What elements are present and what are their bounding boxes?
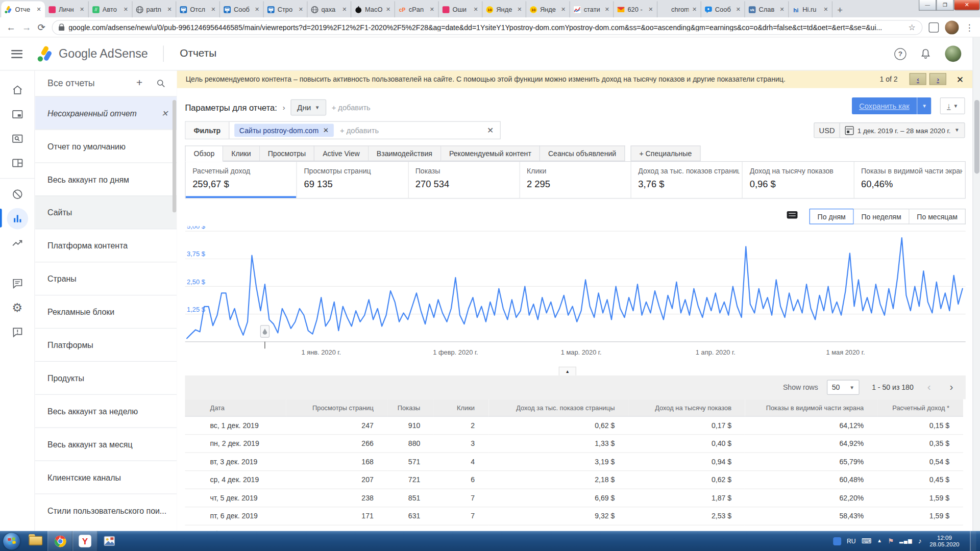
search-reports-icon[interactable] [156, 79, 165, 88]
taskbar-chrome-button[interactable] [47, 531, 72, 551]
start-button[interactable] [3, 533, 20, 549]
table-row[interactable]: вс, 1 дек. 201924791020,62 $0,17 $64,12%… [185, 416, 963, 435]
rail-blocking-controls-icon[interactable] [0, 182, 35, 206]
window-close-button[interactable]: ✕ [954, 0, 980, 11]
tab-close-icon[interactable]: ✕ [210, 6, 216, 13]
scrollbar-thumb[interactable] [974, 100, 979, 173]
show-desktop-button[interactable] [970, 531, 976, 551]
report-tab[interactable]: Active View [314, 145, 369, 161]
browser-tab[interactable]: vkСлав✕ [745, 1, 789, 17]
banner-prev-button[interactable]: ‹ [910, 73, 926, 85]
report-tab[interactable]: Просмотры [260, 145, 315, 161]
table-row[interactable]: сб, 7 дек. 201915756944,62 $1,28 $63,07%… [185, 525, 963, 531]
filter-chip-site[interactable]: Сайты postroy-dom.com ✕ [234, 123, 334, 137]
tab-close-icon[interactable]: ✕ [254, 6, 260, 13]
table-column-header[interactable]: Просмотры страниц [286, 399, 387, 416]
tab-close-icon[interactable]: ✕ [560, 6, 567, 13]
metric-card[interactable]: Показы в видимой части экрана60,46% [853, 162, 965, 198]
rail-matched-content-icon[interactable] [0, 151, 35, 175]
page-scrollbar[interactable] [972, 37, 980, 531]
sidebar-item[interactable]: Рекламные блоки [35, 295, 177, 328]
sidebar-item[interactable]: Весь аккаунт за неделю [35, 394, 177, 428]
sidebar-item[interactable]: Весь аккаунт по дням [35, 162, 177, 195]
window-minimize-button[interactable]: — [919, 0, 936, 11]
add-filter-link[interactable]: + добавить [340, 126, 487, 135]
table-column-header[interactable]: Показы [387, 399, 434, 416]
sidebar-item[interactable]: Несохраненный отчет✕ [35, 96, 177, 130]
tab-close-icon[interactable]: ✕ [429, 6, 435, 13]
browser-tab[interactable]: Оши✕ [439, 1, 483, 17]
taskbar-yandex-button[interactable]: Y [72, 531, 97, 551]
browser-tab[interactable]: partn✕ [133, 1, 177, 17]
rail-feedback-chat-icon[interactable] [0, 271, 35, 295]
save-as-button[interactable]: Сохранить как [851, 97, 917, 114]
date-range-picker[interactable]: 1 дек. 2019 г. – 28 мая 2020 г. ▼ [839, 122, 965, 138]
save-as-dropdown[interactable]: ▼ [917, 97, 931, 114]
browser-tab[interactable]: Отче✕ [1, 1, 45, 17]
window-maximize-button[interactable]: ❐ [936, 0, 953, 11]
rail-reports-icon[interactable] [0, 206, 35, 231]
browser-tab[interactable]: chrome://✕ [657, 1, 701, 17]
table-column-header[interactable]: Показы в видимой части экрана [745, 399, 877, 416]
table-column-header[interactable]: Доход на тысячу показов [628, 399, 745, 416]
report-tab[interactable]: Сеансы объявлений [540, 145, 625, 161]
url-text[interactable]: google.com/adsense/new/u/0/pub-996124695… [68, 23, 904, 31]
add-report-icon[interactable]: + [136, 77, 142, 89]
browser-tab[interactable]: qaxa✕ [307, 1, 351, 17]
tab-close-icon[interactable]: ✕ [517, 6, 523, 13]
tab-close-icon[interactable]: ✕ [341, 6, 348, 13]
tab-close-icon[interactable]: ✕ [385, 6, 391, 13]
browser-tab[interactable]: Стро✕ [264, 1, 308, 17]
browser-tab[interactable]: 10Янде✕ [482, 1, 526, 17]
download-button[interactable]: ↓ ▼ [940, 97, 965, 114]
tab-close-icon[interactable]: ✕ [604, 6, 610, 13]
taskbar-clock[interactable]: 12:09 28.05.2020 [929, 534, 959, 548]
earnings-line-chart[interactable]: 1,25 $2,50 $3,75 $5,00 $1 янв. 2020 г.1 … [185, 226, 965, 360]
tab-close-icon[interactable]: ✕ [123, 6, 129, 13]
browser-profile-avatar[interactable] [945, 20, 959, 34]
tab-close-icon[interactable]: ✕ [166, 6, 173, 13]
rows-per-page-select[interactable]: 50 ▼ [827, 380, 860, 394]
taskbar-image-app-button[interactable] [97, 531, 121, 551]
browser-tab[interactable]: стати✕ [570, 1, 614, 17]
tab-close-icon[interactable]: ✕ [692, 6, 698, 13]
language-indicator[interactable]: RU [847, 538, 856, 544]
tab-close-icon[interactable]: ✕ [823, 6, 829, 13]
table-row[interactable]: пн, 2 дек. 201926688031,33 $0,40 $64,92%… [185, 435, 963, 453]
hidden-icons-chevron[interactable]: ▲ [877, 539, 882, 544]
sidebar-item[interactable]: Стили пользовательского пои... [35, 493, 177, 527]
forward-icon[interactable]: → [22, 22, 31, 33]
browser-tab[interactable]: 10Янде✕ [526, 1, 570, 17]
granularity-button[interactable]: По месяцам [910, 209, 966, 224]
extension-icon[interactable] [929, 22, 939, 32]
taskbar-explorer-button[interactable] [24, 531, 48, 551]
prev-page-icon[interactable]: ‹ [922, 381, 936, 393]
keyboard-icon[interactable]: ⌨ [862, 538, 871, 544]
add-param-link[interactable]: + добавить [332, 103, 371, 112]
back-icon[interactable]: ← [6, 22, 15, 33]
volume-icon[interactable]: ♪ [918, 538, 922, 544]
browser-tab[interactable]: Сооб✕ [701, 1, 745, 17]
banner-close-icon[interactable]: ✕ [957, 74, 964, 84]
sidebar-item[interactable]: Весь аккаунт за месяц [35, 428, 177, 461]
report-tab[interactable]: + Специальные [630, 145, 700, 161]
report-tab[interactable]: Обзор [185, 145, 223, 162]
tab-close-icon[interactable]: ✕ [779, 6, 785, 13]
tray-app-icon[interactable] [833, 537, 841, 545]
flag-icon[interactable]: ⚑ [888, 538, 894, 544]
tab-close-icon[interactable]: ✕ [36, 6, 42, 13]
param-chip-days[interactable]: Дни ▼ [291, 99, 326, 116]
table-row[interactable]: пт, 6 дек. 201917163179,32 $2,53 $58,43%… [185, 507, 963, 525]
bookmark-star-icon[interactable]: ☆ [909, 22, 916, 32]
notifications-bell-icon[interactable] [920, 48, 931, 59]
table-column-header[interactable]: Клики [434, 399, 488, 416]
browser-tab[interactable]: Отсл✕ [176, 1, 220, 17]
sidebar-item[interactable]: Сайты [35, 195, 177, 229]
table-column-header[interactable]: Доход за тыс. показов страницы [488, 399, 628, 416]
close-report-icon[interactable]: ✕ [161, 108, 168, 117]
browser-tab[interactable]: 620 -✕ [614, 1, 657, 17]
tab-close-icon[interactable]: ✕ [473, 6, 479, 13]
metric-card[interactable]: Расчетный доход259,67 $ [186, 162, 297, 198]
granularity-button[interactable]: По неделям [854, 209, 910, 224]
help-icon[interactable]: ? [894, 48, 906, 60]
